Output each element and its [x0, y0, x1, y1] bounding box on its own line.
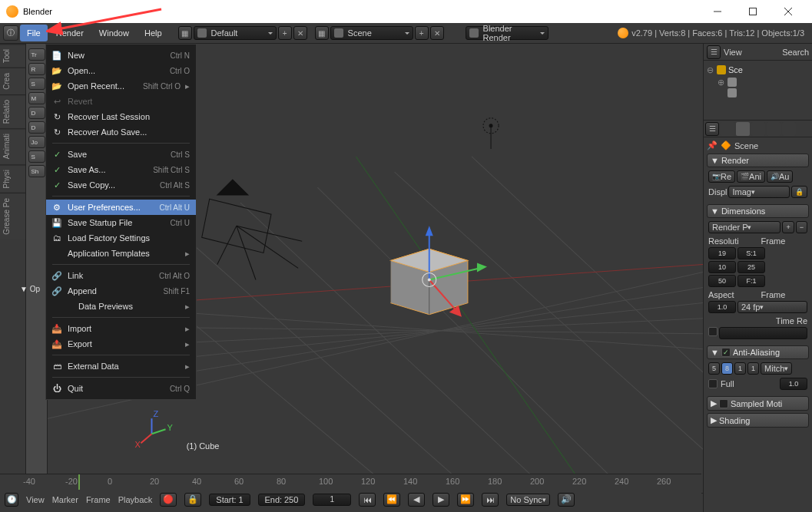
- aspect-x-field[interactable]: 1.0: [708, 301, 736, 313]
- pin-icon[interactable]: 📌: [707, 140, 718, 150]
- end-frame-field[interactable]: End: 250: [258, 494, 306, 506]
- aa-16-button[interactable]: 1: [747, 362, 759, 375]
- tl-playback-menu[interactable]: Playback: [118, 495, 153, 504]
- render-button[interactable]: 📷Re: [708, 170, 735, 183]
- filter-size-field[interactable]: 1.0: [780, 378, 807, 390]
- layout-icon[interactable]: ▦: [178, 26, 192, 40]
- frame-start-field[interactable]: S:1: [737, 247, 765, 259]
- menu-item-open[interactable]: 📂Open...Ctrl O: [46, 63, 196, 78]
- menu-item-load-factory-settings[interactable]: 🗂Load Factory Settings: [46, 230, 196, 246]
- remove-preset-button[interactable]: −: [796, 221, 807, 233]
- tl-frame-menu[interactable]: Frame: [86, 495, 111, 504]
- tool-button[interactable]: S: [28, 150, 45, 163]
- layout-dropdown[interactable]: Default: [194, 26, 277, 40]
- material-tab-icon[interactable]: [782, 122, 796, 136]
- aa-checkbox[interactable]: ✓: [721, 348, 731, 357]
- props-type-icon[interactable]: ☰: [705, 122, 719, 136]
- render-preset-dropdown[interactable]: Render P ▾: [708, 221, 781, 233]
- shading-panel-header[interactable]: ▶ Shading: [707, 413, 809, 428]
- jump-start-button[interactable]: ⏮: [359, 493, 376, 507]
- outliner-item[interactable]: ⊕: [707, 76, 809, 88]
- render-tab-icon[interactable]: [736, 122, 750, 136]
- operator-panel-header[interactable]: ▼ Op: [20, 285, 40, 293]
- outliner-item[interactable]: [707, 88, 809, 97]
- menu-item-import[interactable]: 📥Import▸: [46, 321, 196, 336]
- tool-button[interactable]: Sh: [28, 165, 45, 177]
- toolshelf-tab[interactable]: Physi: [0, 164, 25, 193]
- menu-item-user-preferences[interactable]: ⚙User Preferences...Ctrl Alt U: [46, 200, 196, 215]
- remove-layout-button[interactable]: ✕: [293, 26, 307, 40]
- aa-11-button[interactable]: 1: [734, 362, 746, 375]
- menu-item-recover-auto-save[interactable]: ↻Recover Auto Save...: [46, 124, 196, 140]
- menu-item-link[interactable]: 🔗LinkCtrl Alt O: [46, 268, 196, 283]
- file-menu[interactable]: File: [20, 25, 48, 41]
- menu-item-save-copy[interactable]: ✓Save Copy...Ctrl Alt S: [46, 177, 196, 193]
- render-panel-header[interactable]: ▼ Render: [707, 154, 809, 167]
- auto-key-icon[interactable]: 🔴: [160, 493, 177, 507]
- menu-item-save-startup-file[interactable]: 💾Save Startup FileCtrl U: [46, 215, 196, 230]
- dimensions-panel-header[interactable]: ▼ Dimensions: [707, 204, 809, 218]
- menu-item-open-recent[interactable]: 📂Open Recent...Shift Ctrl O▸: [46, 78, 196, 94]
- menu-item-export[interactable]: 📤Export▸: [46, 336, 196, 352]
- world-tab-icon[interactable]: [751, 122, 765, 136]
- tool-button[interactable]: R: [28, 63, 45, 75]
- tl-marker-menu[interactable]: Marker: [52, 495, 78, 504]
- remove-scene-button[interactable]: ✕: [430, 26, 444, 40]
- toolshelf-tab[interactable]: Relatio: [0, 94, 25, 128]
- tool-button[interactable]: M: [28, 92, 45, 104]
- add-layout-button[interactable]: +: [278, 26, 292, 40]
- display-dropdown[interactable]: Imag ▾: [728, 186, 790, 198]
- scene-breadcrumb[interactable]: Scene: [734, 141, 758, 150]
- scene-dropdown[interactable]: Scene: [330, 26, 413, 40]
- tool-button[interactable]: S: [28, 78, 45, 90]
- fps-dropdown[interactable]: 24 fp ▾: [737, 301, 807, 313]
- context-tab-icon[interactable]: [721, 122, 734, 136]
- frame-end-field[interactable]: 25: [737, 261, 765, 273]
- outliner-type-icon[interactable]: ☰: [707, 45, 721, 59]
- scene-icon[interactable]: ▦: [315, 26, 329, 40]
- start-frame-field[interactable]: Start: 1: [209, 494, 250, 506]
- timeline-type-icon[interactable]: 🕐: [5, 493, 18, 507]
- aa-8-button[interactable]: 8: [721, 362, 733, 375]
- render-engine-dropdown[interactable]: Blender Render: [466, 26, 549, 40]
- play-button[interactable]: ▶: [433, 493, 449, 507]
- tool-button[interactable]: D: [28, 121, 45, 134]
- keyframe-next-button[interactable]: ⏩: [457, 493, 474, 507]
- tl-view-menu[interactable]: View: [26, 495, 45, 504]
- menu-item-save[interactable]: ✓SaveCtrl S: [46, 147, 196, 162]
- menu-item-new[interactable]: 📄NewCtrl N: [46, 48, 196, 63]
- animation-button[interactable]: 🎬Ani: [737, 170, 765, 183]
- menu-item-application-templates[interactable]: Application Templates▸: [46, 246, 196, 261]
- jump-end-button[interactable]: ⏭: [482, 493, 499, 507]
- menu-item-append[interactable]: 🔗AppendShift F1: [46, 283, 196, 299]
- add-scene-button[interactable]: +: [415, 26, 429, 40]
- current-frame-field[interactable]: 1: [313, 494, 351, 506]
- res-x-field[interactable]: 19: [708, 247, 736, 259]
- frame-step-field[interactable]: F:1: [737, 275, 765, 287]
- toolshelf-tab[interactable]: Tool: [0, 44, 25, 68]
- toolshelf-tab[interactable]: Crea: [0, 68, 25, 94]
- sampled-motion-checkbox[interactable]: [719, 399, 728, 408]
- object-tab-icon[interactable]: [767, 122, 781, 136]
- lock-icon[interactable]: 🔒: [184, 493, 201, 507]
- tool-button[interactable]: Tr: [28, 48, 45, 61]
- keyframe-prev-button[interactable]: ⏪: [383, 493, 400, 507]
- aa-5-button[interactable]: 5: [708, 362, 720, 375]
- menu-item-data-previews[interactable]: Data Previews▸: [46, 299, 196, 314]
- menu-item-external-data[interactable]: 🗃External Data▸: [46, 358, 196, 374]
- audio-button[interactable]: 🔊Au: [767, 170, 793, 183]
- lock-icon[interactable]: 🔒: [791, 186, 807, 198]
- aa-filter-dropdown[interactable]: Mitch ▾: [761, 362, 792, 375]
- sampled-motion-panel-header[interactable]: ▶ Sampled Moti: [707, 396, 809, 411]
- speaker-icon[interactable]: 🔊: [558, 493, 575, 507]
- play-reverse-button[interactable]: ◀: [408, 493, 425, 507]
- add-preset-button[interactable]: +: [782, 221, 794, 233]
- res-y-field[interactable]: 10: [708, 261, 736, 273]
- border-checkbox[interactable]: [708, 327, 718, 336]
- toolshelf-tab[interactable]: Grease Pe: [0, 193, 25, 239]
- outliner-search[interactable]: Search: [782, 48, 809, 57]
- tool-button[interactable]: Jo: [28, 136, 45, 148]
- menu-item-quit[interactable]: ⏻QuitCtrl Q: [46, 381, 196, 396]
- tool-button[interactable]: D: [28, 107, 45, 119]
- toolshelf-tab[interactable]: Animati: [0, 128, 25, 164]
